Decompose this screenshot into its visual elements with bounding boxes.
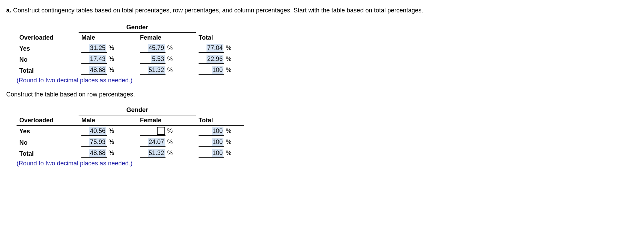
row-label-total: Total [17, 65, 79, 76]
table-row: No 75.93 % 24.07 % 100 % [17, 137, 244, 148]
cell-value: 40.56 [89, 127, 106, 135]
cell-value: 48.68 [89, 149, 106, 157]
gender-header: Gender [79, 105, 196, 115]
cell-value: 100 [212, 127, 223, 135]
total-header: Total [196, 115, 244, 126]
table-row: No 17.43 % 5.53 % 22.96 % [17, 54, 244, 65]
cell-value: 75.93 [89, 138, 106, 146]
row-label-no: No [17, 137, 79, 148]
overloaded-header: Overloaded [17, 33, 79, 43]
row-label-total: Total [17, 148, 79, 159]
rounding-hint: (Round to two decimal places as needed.) [17, 160, 244, 167]
table-row: Total 48.68 % 51.32 % 100 % [17, 148, 244, 159]
table-row: Yes 40.56 % % 100 % [17, 126, 244, 137]
cell-value: 45.79 [148, 44, 165, 52]
table-row: Total 48.68 % 51.32 % 100 % [17, 65, 244, 76]
row-label-yes: Yes [17, 43, 79, 54]
table-row-percentages: Gender Overloaded Male Female Total Yes … [17, 105, 244, 167]
row-label-yes: Yes [17, 126, 79, 137]
cell-value: 77.04 [207, 44, 223, 52]
male-header: Male [79, 115, 137, 126]
part-label: a. [6, 7, 11, 14]
female-header: Female [137, 115, 196, 126]
cell-value: 100 [212, 138, 223, 146]
row-label-no: No [17, 54, 79, 65]
cell-value: 100 [212, 66, 223, 74]
question-line: a. Construct contingency tables based on… [6, 7, 638, 14]
table-row: Yes 31.25 % 45.79 % 77.04 % [17, 43, 244, 54]
gender-header: Gender [79, 22, 196, 33]
cell-value: 51.32 [148, 149, 165, 157]
total-header: Total [196, 33, 244, 43]
cell-value: 22.96 [207, 55, 223, 63]
overloaded-header: Overloaded [17, 115, 79, 126]
row-table-prompt: Construct the table based on row percent… [6, 91, 638, 98]
rounding-hint: (Round to two decimal places as needed.) [17, 77, 244, 84]
male-header: Male [79, 33, 137, 43]
cell-value: 17.43 [89, 55, 106, 63]
cell-value: 51.32 [148, 66, 165, 74]
cell-value: 5.53 [151, 55, 165, 63]
cell-value: 100 [212, 149, 223, 157]
cell-value: 24.07 [148, 138, 165, 146]
answer-input-yes-female[interactable] [157, 127, 165, 135]
cell-value: 48.68 [89, 66, 106, 74]
question-text: Construct contingency tables based on to… [11, 7, 423, 14]
cell-value: 31.25 [89, 44, 106, 52]
female-header: Female [137, 33, 196, 43]
table-total-percentages: Gender Overloaded Male Female Total Yes … [17, 22, 244, 84]
